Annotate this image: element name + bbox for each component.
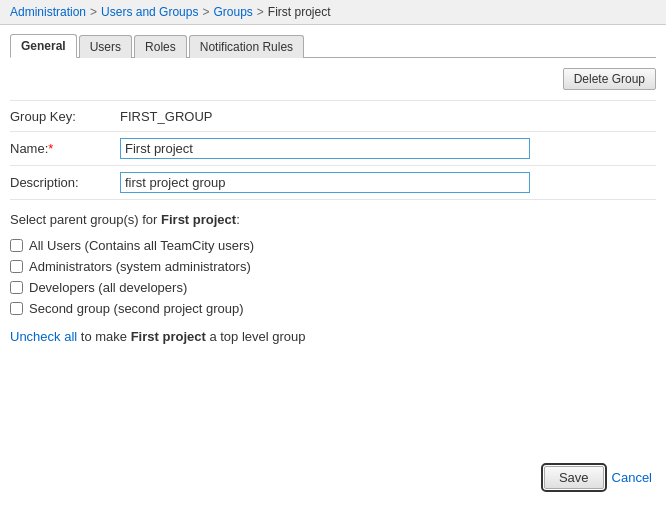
breadcrumb-sep-1: > <box>90 5 97 19</box>
name-row: Name:* <box>10 132 656 166</box>
uncheck-row: Uncheck all to make First project a top … <box>10 329 656 344</box>
breadcrumb-current: First project <box>268 5 331 19</box>
breadcrumb-sep-3: > <box>257 5 264 19</box>
tab-general[interactable]: General <box>10 34 77 58</box>
checkbox-administrators: Administrators (system administrators) <box>10 256 656 277</box>
save-button[interactable]: Save <box>544 466 604 489</box>
description-label: Description: <box>10 175 120 190</box>
group-key-value: FIRST_GROUP <box>120 109 212 124</box>
breadcrumb-groups[interactable]: Groups <box>213 5 252 19</box>
name-input[interactable] <box>120 138 530 159</box>
action-row: Save Cancel <box>544 466 652 489</box>
breadcrumb-sep-2: > <box>202 5 209 19</box>
breadcrumb-administration[interactable]: Administration <box>10 5 86 19</box>
form-section: Group Key: FIRST_GROUP Name:* Descriptio… <box>10 100 656 200</box>
group-key-row: Group Key: FIRST_GROUP <box>10 100 656 132</box>
delete-group-button[interactable]: Delete Group <box>563 68 656 90</box>
checkbox-second-group-input[interactable] <box>10 302 23 315</box>
uncheck-all-link[interactable]: Uncheck all <box>10 329 77 344</box>
description-input[interactable] <box>120 172 530 193</box>
tabs-container: General Users Roles Notification Rules <box>10 33 656 58</box>
checkbox-developers-input[interactable] <box>10 281 23 294</box>
group-key-label: Group Key: <box>10 109 120 124</box>
breadcrumb-users-groups[interactable]: Users and Groups <box>101 5 198 19</box>
required-star: * <box>48 141 53 156</box>
name-label: Name:* <box>10 141 120 156</box>
checkbox-all-users: All Users (Contains all TeamCity users) <box>10 235 656 256</box>
cancel-link[interactable]: Cancel <box>612 470 652 485</box>
checkbox-second-group: Second group (second project group) <box>10 298 656 319</box>
checkbox-all-users-input[interactable] <box>10 239 23 252</box>
header-row: Delete Group <box>10 68 656 90</box>
tab-users[interactable]: Users <box>79 35 132 58</box>
breadcrumb: Administration > Users and Groups > Grou… <box>0 0 666 25</box>
parent-groups-prompt: Select parent group(s) for First project… <box>10 212 656 227</box>
tab-roles[interactable]: Roles <box>134 35 187 58</box>
checkbox-developers: Developers (all developers) <box>10 277 656 298</box>
description-row: Description: <box>10 166 656 200</box>
parent-groups-section: Select parent group(s) for First project… <box>10 212 656 344</box>
tab-notification-rules[interactable]: Notification Rules <box>189 35 304 58</box>
checkbox-administrators-input[interactable] <box>10 260 23 273</box>
